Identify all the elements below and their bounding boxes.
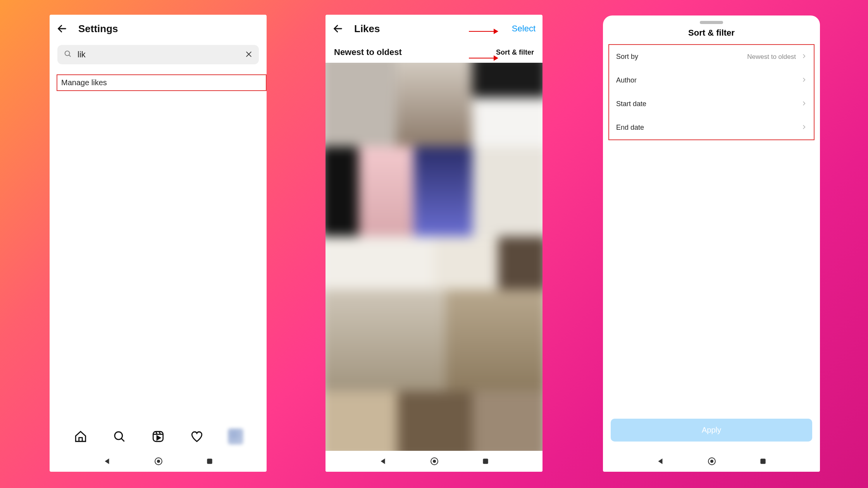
search-input[interactable] <box>78 50 239 60</box>
system-nav-bar <box>50 451 267 472</box>
svg-marker-17 <box>381 459 385 464</box>
blurred-thumbnails <box>326 63 542 451</box>
svg-rect-24 <box>760 459 765 464</box>
search-row <box>50 43 267 67</box>
svg-point-5 <box>115 432 122 440</box>
svg-line-2 <box>69 55 71 57</box>
svg-marker-11 <box>157 436 160 440</box>
app-bottom-nav <box>50 422 267 451</box>
screen-settings: Settings Manage likes <box>50 15 267 472</box>
nav-home-icon[interactable] <box>430 457 439 466</box>
sort-filter-link[interactable]: Sort & filter <box>496 48 534 57</box>
nav-recent-icon[interactable] <box>482 457 489 465</box>
chevron-right-icon <box>801 124 807 132</box>
page-title: Likes <box>354 23 380 35</box>
filter-value: Newest to oldest <box>747 53 796 61</box>
search-icon <box>64 50 72 60</box>
chevron-right-icon <box>801 100 807 108</box>
svg-rect-15 <box>207 459 212 464</box>
nav-recent-icon[interactable] <box>206 457 214 465</box>
back-arrow-icon[interactable] <box>332 23 343 34</box>
header: Likes Select <box>326 15 542 43</box>
filter-label: Author <box>616 76 637 84</box>
system-nav-bar <box>326 451 542 472</box>
search-result-manage-likes[interactable]: Manage likes <box>57 74 267 91</box>
svg-line-6 <box>121 438 124 442</box>
likes-grid[interactable] <box>326 63 542 451</box>
filter-label: Sort by <box>616 53 638 61</box>
sort-subheader: Newest to oldest Sort & filter <box>326 43 542 63</box>
search-nav-icon[interactable] <box>112 429 127 444</box>
svg-marker-21 <box>658 459 663 464</box>
clear-icon[interactable] <box>245 49 253 61</box>
nav-back-icon[interactable] <box>656 457 665 466</box>
filter-row-author[interactable]: Author <box>609 69 814 92</box>
filter-row-sort-by[interactable]: Sort by Newest to oldest <box>609 45 814 69</box>
current-sort-label: Newest to oldest <box>334 47 402 57</box>
svg-point-1 <box>65 51 70 56</box>
svg-point-19 <box>433 460 436 463</box>
sheet-title: Sort & filter <box>603 28 820 44</box>
heart-icon[interactable] <box>189 429 205 444</box>
apply-button[interactable]: Apply <box>611 419 812 442</box>
chevron-right-icon <box>801 53 807 61</box>
screen-likes: Likes Select Newest to oldest Sort & fil… <box>326 15 542 472</box>
nav-back-icon[interactable] <box>379 457 387 466</box>
annotation-arrow-sortfilter <box>469 58 498 58</box>
back-arrow-icon[interactable] <box>57 23 67 34</box>
filter-label: Start date <box>616 100 646 108</box>
search-input-container[interactable] <box>57 45 259 64</box>
svg-point-23 <box>710 460 713 463</box>
filter-options-group: Sort by Newest to oldest Author Start da… <box>608 44 815 140</box>
nav-back-icon[interactable] <box>103 457 111 466</box>
home-icon[interactable] <box>73 429 88 444</box>
annotation-arrow-select <box>469 31 498 32</box>
svg-rect-20 <box>483 459 488 464</box>
screen-sort-filter: Sort & filter Sort by Newest to oldest A… <box>603 15 820 472</box>
reels-icon[interactable] <box>150 429 166 444</box>
filter-row-end-date[interactable]: End date <box>609 116 814 139</box>
sheet-grabber[interactable] <box>700 21 723 24</box>
page-title: Settings <box>78 23 118 35</box>
system-nav-bar <box>603 451 820 472</box>
svg-point-14 <box>157 460 160 463</box>
profile-avatar[interactable] <box>228 429 243 444</box>
nav-home-icon[interactable] <box>154 457 163 466</box>
header: Settings <box>50 15 267 43</box>
nav-recent-icon[interactable] <box>759 457 767 465</box>
filter-row-start-date[interactable]: Start date <box>609 92 814 116</box>
nav-home-icon[interactable] <box>707 457 716 466</box>
select-button[interactable]: Select <box>512 24 536 34</box>
filter-label: End date <box>616 124 644 132</box>
svg-marker-12 <box>105 459 109 464</box>
chevron-right-icon <box>801 76 807 84</box>
